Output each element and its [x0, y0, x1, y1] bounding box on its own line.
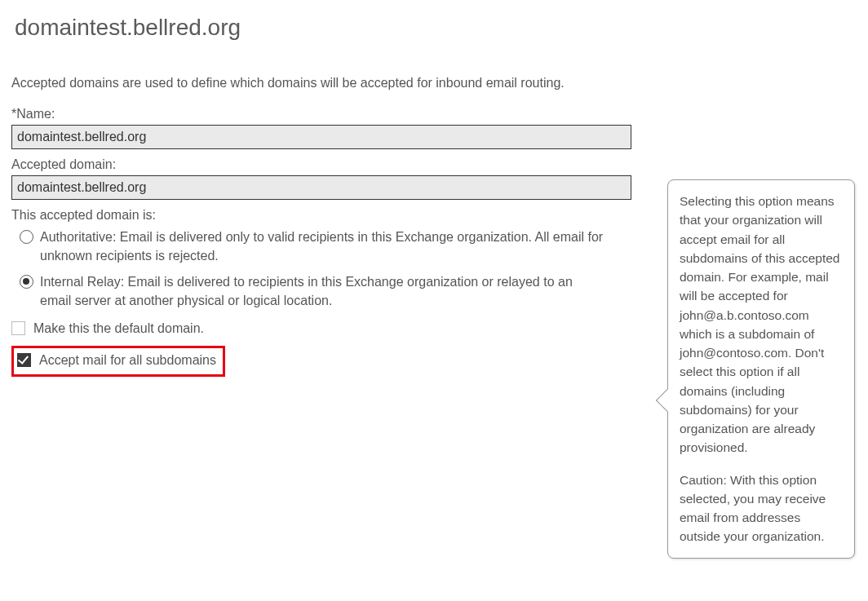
accept-subdomains-checkbox-label: Accept mail for all subdomains	[39, 353, 216, 368]
callout-paragraph-2: Caution: With this option selected, you …	[680, 471, 843, 546]
callout-pointer-icon	[656, 389, 679, 412]
description-text: Accepted domains are used to define whic…	[11, 73, 640, 92]
accepted-domain-settings-page: domaintest.bellred.org Accepted domains …	[0, 0, 868, 601]
name-label: *Name:	[11, 107, 640, 122]
radio-authoritative-label: Authoritative: Email is delivered only t…	[40, 228, 607, 265]
accepted-domain-label: Accepted domain:	[11, 157, 640, 172]
page-title: domaintest.bellred.org	[15, 15, 857, 41]
callout-paragraph-1: Selecting this option means that your or…	[680, 192, 843, 457]
checkbox-icon[interactable]	[11, 321, 25, 335]
accepted-domain-input[interactable]	[11, 175, 631, 200]
radio-icon[interactable]	[20, 275, 33, 289]
info-callout: Selecting this option means that your or…	[667, 179, 855, 559]
highlight-accept-subdomains: Accept mail for all subdomains	[11, 346, 225, 377]
domain-type-label: This accepted domain is:	[11, 208, 640, 223]
radio-authoritative[interactable]: Authoritative: Email is delivered only t…	[20, 228, 607, 265]
default-domain-checkbox-row[interactable]: Make this the default domain.	[11, 321, 640, 336]
default-domain-checkbox-label: Make this the default domain.	[33, 321, 204, 336]
checkbox-icon[interactable]	[17, 353, 31, 367]
name-input[interactable]	[11, 125, 631, 149]
radio-icon[interactable]	[20, 230, 33, 244]
form-area: Accepted domains are used to define whic…	[11, 73, 640, 377]
radio-internal-relay[interactable]: Internal Relay: Email is delivered to re…	[20, 272, 607, 310]
radio-internal-relay-label: Internal Relay: Email is delivered to re…	[40, 272, 607, 310]
